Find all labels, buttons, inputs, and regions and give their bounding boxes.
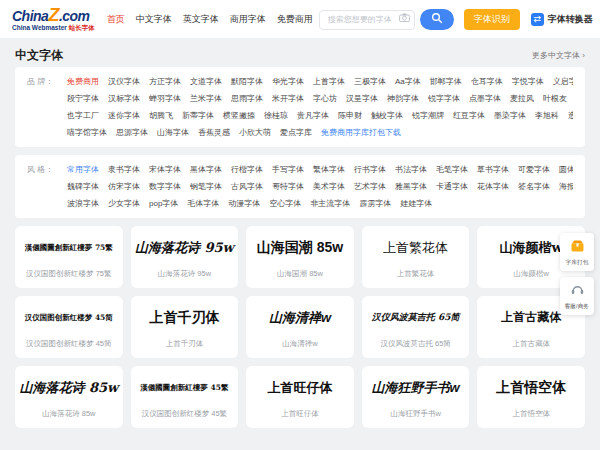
filter-link[interactable]: 徐桂琼 [264,110,288,121]
font-card[interactable]: 漢儀國圖創新紅樓夢 75繁汉仪国图创新红楼梦 75繁 [15,226,123,288]
filter-link[interactable]: 仓耳字体 [471,76,503,87]
filter-link[interactable]: 古风字体 [231,181,263,192]
filter-link[interactable]: 汉仪字体 [108,76,140,87]
filter-link[interactable]: 可爱字体 [518,164,550,175]
filter-link[interactable]: 华光字体 [272,76,304,87]
filter-link[interactable]: 迷你字体 [108,110,140,121]
filter-link[interactable]: 锐字潮牌 [412,110,444,121]
filter-link[interactable]: Aa字体 [395,76,421,87]
filter-link[interactable]: 圆体字体 [559,164,573,175]
filter-link[interactable]: 叶根友 [543,93,567,104]
filter-link[interactable]: 毛体字体 [187,198,219,209]
filter-link[interactable]: 三极字体 [354,76,386,87]
filter-link[interactable]: 毛笔字体 [436,164,468,175]
filter-link[interactable]: 默陌字体 [231,76,263,87]
filter-link[interactable]: 美术字体 [313,181,345,192]
filter-link[interactable]: 爱点字库 [280,127,312,138]
filter-link[interactable]: 海报字体 [559,181,573,192]
filter-link[interactable]: 行楷字体 [231,164,263,175]
filter-link[interactable]: 造字工房 [568,110,573,121]
filter-link[interactable]: 山海字体 [157,127,189,138]
font-card[interactable]: 山海清禅w山海清禅w [246,296,354,358]
filter-link[interactable]: 宋体字体 [149,164,181,175]
font-card[interactable]: 汉仪国图创新红楼梦 45简汉仪国图创新红楼梦 45简 [15,296,123,358]
filter-link[interactable]: 少女字体 [108,198,140,209]
filter-link[interactable]: 喵字馆字体 [67,127,107,138]
font-card[interactable]: 漢儀國圖創新紅樓夢 45繁汉仪国图创新红楼梦 45繁 [131,366,239,428]
filter-link[interactable]: 点墨字体 [469,93,501,104]
filter-link[interactable]: 仿宋字体 [108,181,140,192]
filter-link[interactable]: 手写字体 [272,164,304,175]
nav-item[interactable]: 中文字体 [136,13,172,26]
filter-link[interactable]: 黑体字体 [190,164,222,175]
nav-item[interactable]: 商用字体 [230,13,266,26]
filter-link[interactable]: 上首字体 [313,76,345,87]
filter-link[interactable]: 隶书字体 [108,164,140,175]
filter-link[interactable]: 段宁字体 [67,93,99,104]
nav-item[interactable]: 首页 [107,13,125,26]
filter-link[interactable]: 触校字体 [371,110,403,121]
filter-link[interactable]: 兰米字体 [190,93,222,104]
filter-link[interactable]: 花体字体 [477,181,509,192]
font-card[interactable]: 上首千刃体上首千刃体 [131,296,239,358]
font-card[interactable]: 汉仪风波莫吉托 65简汉仪风波莫吉托 65简 [362,296,470,358]
filter-link[interactable]: 字悦字体 [512,76,544,87]
font-card[interactable]: 上首旺仔体上首旺仔体 [246,366,354,428]
filter-link[interactable]: 邯郸字体 [430,76,462,87]
filter-link[interactable]: 文道字体 [190,76,222,87]
filter-link[interactable]: 草书字体 [477,164,509,175]
filter-link[interactable]: 书法字体 [395,164,427,175]
filter-link[interactable]: 神韵字体 [387,93,419,104]
filter-link[interactable]: 李旭科 [535,110,559,121]
filter-link[interactable]: 陈申财 [338,110,362,121]
camera-icon[interactable] [399,13,410,22]
site-logo[interactable]: ChinaZ.com China Webmaster站长字体 [12,6,95,32]
filter-link[interactable]: 波浪字体 [67,198,99,209]
filter-link[interactable]: 胡腾飞 [149,110,173,121]
filter-link[interactable]: 蝉羽字体 [149,93,181,104]
font-pack-button[interactable]: 字库打包 [560,233,594,271]
filter-link[interactable]: 义启字体 [553,76,573,87]
filter-link[interactable]: 小欣大萌 [239,127,271,138]
filter-link[interactable]: 常用字体 [67,164,99,175]
font-card[interactable]: 上首悟空体上首悟空体 [477,366,585,428]
filter-link[interactable]: 免费商用字库打包下载 [321,127,401,138]
font-converter-link[interactable]: ⇄ 字体转换器 [531,13,593,26]
filter-link[interactable]: 哥特字体 [272,181,304,192]
filter-link[interactable]: pop字体 [149,198,178,209]
search-button[interactable] [420,9,454,30]
nav-item[interactable]: 免费商用 [277,13,313,26]
filter-link[interactable]: 锐字字体 [428,93,460,104]
font-card[interactable]: 山海国潮 85w山海国潮 85w [246,226,354,288]
font-card[interactable]: 山海落花诗 85w山海落花诗 85w [15,366,123,428]
filter-link[interactable]: 非主流字体 [310,198,350,209]
filter-link[interactable]: 数字字体 [149,181,181,192]
filter-link[interactable]: 卡通字体 [436,181,468,192]
filter-link[interactable]: 墨染字体 [494,110,526,121]
filter-link[interactable]: 汉呈字体 [346,93,378,104]
customer-service-button[interactable]: 客服/商务 [560,277,594,315]
filter-link[interactable]: 艺术字体 [354,181,386,192]
nav-item[interactable]: 英文字体 [183,13,219,26]
filter-link[interactable]: 麦拉风 [510,93,534,104]
filter-link[interactable]: 新蒂字体 [182,110,214,121]
filter-link[interactable]: 娃娃字体 [400,198,432,209]
filter-link[interactable]: 钢笔字体 [190,181,222,192]
more-fonts-link[interactable]: 更多中文字体 › [532,50,585,61]
filter-link[interactable]: 字心坊 [313,93,337,104]
font-card[interactable]: 上首繁花体上首繁花体 [362,226,470,288]
font-card[interactable]: 山海落花诗 95w山海落花诗 95w [131,226,239,288]
filter-link[interactable]: 空心字体 [269,198,301,209]
filter-link[interactable]: 贵凡字体 [297,110,329,121]
font-recognition-button[interactable]: 字体识别 [464,9,520,30]
filter-link[interactable]: 免费商用 [67,76,99,87]
filter-link[interactable]: 也字工厂 [67,110,99,121]
filter-link[interactable]: 思雨字体 [231,93,263,104]
filter-link[interactable]: 思源字体 [116,127,148,138]
filter-link[interactable]: 签名字体 [518,181,550,192]
font-card[interactable]: 山海狂野手书w山海狂野手书w [362,366,470,428]
filter-link[interactable]: 霹雳字体 [359,198,391,209]
filter-link[interactable]: 横竖撇捺 [223,110,255,121]
filter-link[interactable]: 繁体字体 [313,164,345,175]
filter-link[interactable]: 魏碑字体 [67,181,99,192]
